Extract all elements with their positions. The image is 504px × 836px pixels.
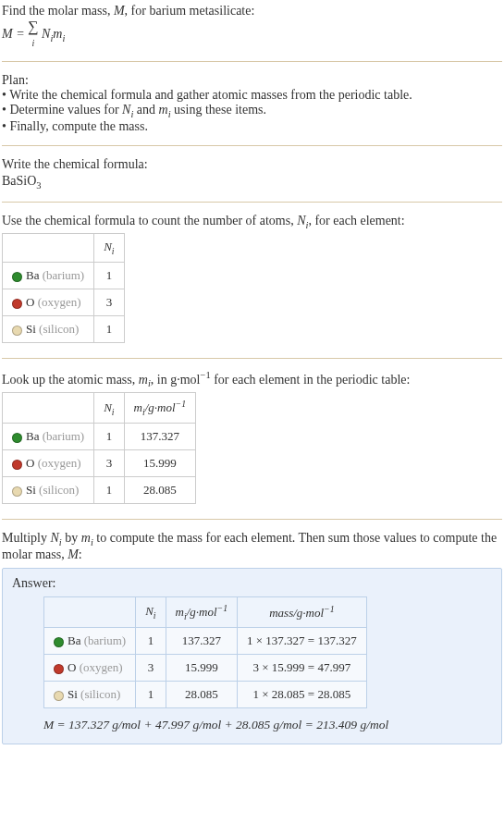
text: N bbox=[104, 240, 112, 253]
header-empty bbox=[3, 393, 94, 424]
text: Multiply bbox=[2, 531, 51, 545]
element-symbol: Ba bbox=[26, 429, 39, 443]
answer-label: Answer: bbox=[12, 576, 492, 591]
n-value: 1 bbox=[94, 262, 124, 289]
chemical-formula: BaSiO3 bbox=[2, 174, 502, 191]
color-swatch-icon bbox=[12, 486, 22, 497]
text: • Determine values for bbox=[2, 103, 122, 117]
color-swatch-icon bbox=[12, 433, 22, 443]
element-cell: Si (silicon) bbox=[3, 315, 94, 342]
chemical-formula-block: Write the chemical formula: BaSiO3 bbox=[0, 154, 504, 194]
element-cell: Ba (barium) bbox=[44, 628, 136, 655]
multiply-block: Multiply Ni by mi to compute the mass fo… bbox=[0, 527, 504, 566]
n-value: 3 bbox=[136, 655, 166, 682]
sum-index: i bbox=[31, 38, 34, 48]
element-name: (oxygen) bbox=[38, 295, 81, 309]
table-row: Si (silicon) 1 28.085 1 × 28.085 = 28.08… bbox=[44, 682, 367, 708]
element-symbol: Si bbox=[68, 687, 78, 701]
text: Find the molar mass, bbox=[2, 4, 114, 18]
plan-block: Plan: • Write the chemical formula and g… bbox=[0, 69, 504, 138]
eq-m-sub: i bbox=[62, 33, 65, 43]
text: Look up the atomic mass, bbox=[2, 373, 139, 387]
divider bbox=[2, 519, 502, 520]
element-name: (oxygen) bbox=[38, 456, 81, 470]
element-name: (barium) bbox=[43, 268, 84, 282]
color-swatch-icon bbox=[54, 664, 64, 674]
n-value: 1 bbox=[94, 424, 124, 450]
sum-symbol-block: ∑i bbox=[28, 20, 38, 50]
n-value: 1 bbox=[136, 682, 166, 708]
header-N: Ni bbox=[136, 597, 166, 628]
element-name: (silicon) bbox=[80, 687, 120, 701]
count-text: Use the chemical formula to count the nu… bbox=[2, 214, 502, 230]
text: i bbox=[112, 406, 115, 416]
header-mass: mass/g·mol−1 bbox=[238, 597, 367, 628]
sigma: ∑ bbox=[28, 18, 38, 34]
element-symbol: Si bbox=[26, 483, 36, 497]
color-swatch-icon bbox=[54, 691, 64, 701]
n-value: 1 bbox=[136, 628, 166, 655]
divider bbox=[2, 358, 502, 359]
text: /g·mol bbox=[187, 605, 217, 619]
table-row: Ba (barium) 1 137.327 1 × 137.327 = 137.… bbox=[44, 628, 367, 655]
n-value: 3 bbox=[94, 289, 124, 315]
intro-block: Find the molar mass, M, for barium metas… bbox=[0, 0, 504, 54]
exp: −1 bbox=[200, 370, 210, 380]
table-row: Ba (barium) 1 137.327 bbox=[3, 424, 196, 450]
var-M: M bbox=[114, 4, 125, 18]
answer-table: Ni mi/g·mol−1 mass/g·mol−1 Ba (barium) 1… bbox=[43, 596, 367, 708]
var-N: N bbox=[297, 214, 305, 227]
header-m: mi/g·mol−1 bbox=[166, 597, 237, 628]
text: m bbox=[176, 605, 184, 619]
element-cell: Ba (barium) bbox=[3, 424, 94, 450]
text: , for barium metasilicate: bbox=[125, 4, 255, 18]
m-value: 28.085 bbox=[124, 477, 195, 504]
m-value: 28.085 bbox=[166, 682, 237, 708]
eq-equals: = bbox=[13, 27, 28, 41]
lookup-text: Look up the atomic mass, mi, in g·mol−1 … bbox=[2, 370, 502, 388]
table-header-row: Ni mi/g·mol−1 bbox=[3, 393, 196, 424]
text: N bbox=[104, 400, 112, 414]
m-value: 137.327 bbox=[166, 628, 237, 655]
color-swatch-icon bbox=[12, 460, 22, 470]
var-M: M bbox=[68, 547, 79, 561]
n-value: 1 bbox=[94, 477, 124, 504]
text: i bbox=[112, 246, 115, 256]
m-value: 137.327 bbox=[124, 424, 195, 450]
element-symbol: Si bbox=[26, 322, 36, 336]
formula-sub: 3 bbox=[36, 180, 41, 191]
table-row: O (oxygen) 3 bbox=[3, 289, 125, 315]
element-cell: O (oxygen) bbox=[3, 289, 94, 315]
divider bbox=[2, 145, 502, 146]
plan-heading: Plan: bbox=[2, 73, 502, 88]
element-name: (barium) bbox=[84, 633, 126, 647]
text: using these items. bbox=[171, 103, 266, 117]
text: −1 bbox=[176, 399, 186, 409]
var-N: N bbox=[51, 531, 59, 545]
text: −1 bbox=[217, 603, 227, 613]
element-name: (silicon) bbox=[39, 483, 79, 497]
element-cell: Si (silicon) bbox=[3, 477, 94, 504]
answer-box: Answer: Ni mi/g·mol−1 mass/g·mol−1 Ba (b… bbox=[2, 568, 502, 744]
text: and bbox=[133, 103, 158, 117]
mass-value: 3 × 15.999 = 47.997 bbox=[238, 655, 367, 682]
table-header-row: Ni mi/g·mol−1 mass/g·mol−1 bbox=[44, 597, 367, 628]
m-value: 15.999 bbox=[124, 450, 195, 477]
heading: Write the chemical formula: bbox=[2, 157, 502, 172]
count-table: Ni Ba (barium) 1 O (oxygen) 3 Si (silico… bbox=[2, 233, 125, 343]
count-block: Use the chemical formula to count the nu… bbox=[0, 210, 504, 350]
table-row: Si (silicon) 1 bbox=[3, 315, 125, 342]
table-row: Si (silicon) 1 28.085 bbox=[3, 477, 196, 504]
header-empty bbox=[3, 234, 94, 263]
eq-lhs: M bbox=[2, 27, 13, 41]
mass-value: 1 × 137.327 = 137.327 bbox=[238, 628, 367, 655]
lookup-table: Ni mi/g·mol−1 Ba (barium) 1 137.327 O (o… bbox=[2, 392, 196, 504]
element-symbol: Ba bbox=[26, 268, 39, 282]
eq-N: N bbox=[42, 27, 50, 41]
mass-value: 1 × 28.085 = 28.085 bbox=[238, 682, 367, 708]
element-symbol: O bbox=[26, 295, 34, 309]
element-cell: O (oxygen) bbox=[3, 450, 94, 477]
text: i bbox=[154, 610, 156, 621]
element-cell: O (oxygen) bbox=[44, 655, 136, 682]
divider bbox=[2, 202, 502, 203]
